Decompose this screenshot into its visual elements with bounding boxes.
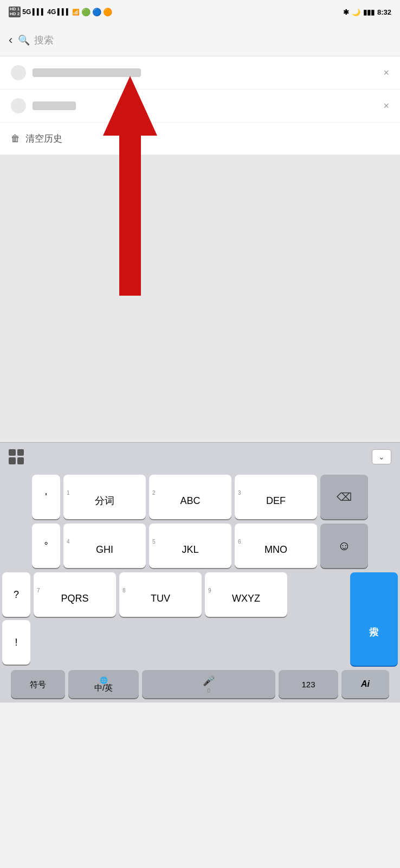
search-placeholder: 搜索 bbox=[34, 34, 54, 47]
keyboard-bottom-row: 符号 🌐 中/英 🎤 0 123 Ai bbox=[2, 670, 398, 698]
key-ai[interactable]: Ai bbox=[341, 670, 389, 698]
emoji-icon: ☺ bbox=[338, 538, 351, 553]
app-icon-1: 🟢 bbox=[81, 8, 91, 16]
keyboard-row-2: ° 4 GHI 5 JKL 6 MNO ☺ bbox=[2, 524, 398, 568]
clear-history-button[interactable]: 🗑 清空历史 bbox=[0, 123, 400, 155]
key-delete[interactable]: ⌫ bbox=[320, 475, 368, 519]
hd-badge: HD 1 HD 2 bbox=[9, 7, 21, 17]
signal-5g: 5G bbox=[22, 8, 31, 16]
key-jkl[interactable]: 5 JKL bbox=[149, 524, 231, 568]
key-123[interactable]: 123 bbox=[279, 670, 338, 698]
keyboard-toolbar: ⌄ bbox=[0, 442, 400, 470]
key-def[interactable]: 3 DEF bbox=[235, 475, 317, 519]
search-input-area[interactable]: 🔍 搜索 bbox=[18, 34, 391, 47]
keyboard-row-1: ' 1 分词 2 ABC 3 DEF ⌫ bbox=[2, 475, 398, 519]
history-item-1[interactable]: × bbox=[0, 56, 400, 90]
signal-bars-1: ▍▍▍ bbox=[33, 9, 46, 16]
signal-bars-2: ▍▍▍ bbox=[57, 9, 70, 16]
status-right: ✱ 🌙 ▮▮▮ 8:32 bbox=[343, 8, 391, 16]
bluetooth-icon: ✱ bbox=[343, 8, 349, 16]
key-wxyz[interactable]: 9 WXYZ bbox=[205, 572, 287, 617]
history-item-2[interactable]: × bbox=[0, 90, 400, 123]
search-bar: ‹ 🔍 搜索 bbox=[0, 24, 400, 56]
key-lang-switch[interactable]: 🌐 中/英 bbox=[68, 670, 139, 698]
history-item-icon-1 bbox=[11, 65, 26, 80]
wifi-icon: 📶 bbox=[72, 9, 80, 16]
clear-history-label: 清空历史 bbox=[25, 132, 62, 145]
key-mic[interactable]: 🎤 0 bbox=[142, 670, 275, 698]
key-pqrs[interactable]: 7 PQRS bbox=[34, 572, 116, 617]
collapse-icon: ⌄ bbox=[378, 452, 385, 461]
moon-icon: 🌙 bbox=[352, 8, 360, 16]
key-symbol[interactable]: 符号 bbox=[11, 670, 65, 698]
key-degree[interactable]: ° bbox=[32, 524, 60, 568]
trash-icon: 🗑 bbox=[11, 133, 20, 144]
app-icon-2: 🔵 bbox=[92, 8, 101, 16]
mic-icon: 🎤 bbox=[203, 675, 215, 687]
history-item-icon-2 bbox=[11, 98, 26, 113]
search-icon: 🔍 bbox=[18, 34, 30, 46]
collapse-keyboard-button[interactable]: ⌄ bbox=[372, 449, 391, 464]
key-exclaim[interactable]: ! bbox=[2, 620, 30, 665]
history-panel: × × 🗑 清空历史 bbox=[0, 56, 400, 155]
key-mno[interactable]: 6 MNO bbox=[235, 524, 317, 568]
status-left: HD 1 HD 2 5G ▍▍▍ 4G ▍▍▍ 📶 🟢 🔵 🟠 bbox=[9, 7, 112, 17]
history-item-close-1[interactable]: × bbox=[383, 67, 389, 79]
battery-icon: ▮▮▮ bbox=[363, 8, 375, 16]
history-item-close-2[interactable]: × bbox=[383, 100, 389, 112]
delete-icon: ⌫ bbox=[337, 490, 352, 503]
key-ghi[interactable]: 4 GHI bbox=[63, 524, 146, 568]
grid-icon[interactable] bbox=[9, 449, 24, 464]
time-display: 8:32 bbox=[377, 8, 391, 16]
back-button[interactable]: ‹ bbox=[9, 33, 12, 47]
keyboard-row-3: ? ! 7 PQRS 8 TUV 9 WXYZ bbox=[2, 572, 398, 666]
key-emoji[interactable]: ☺ bbox=[320, 524, 368, 568]
history-item-text-2 bbox=[33, 101, 76, 110]
status-bar: HD 1 HD 2 5G ▍▍▍ 4G ▍▍▍ 📶 🟢 🔵 🟠 ✱ 🌙 ▮▮▮ … bbox=[0, 0, 400, 24]
signal-4g: 4G bbox=[47, 8, 56, 16]
app-icon-3: 🟠 bbox=[103, 8, 112, 16]
history-item-text-1 bbox=[33, 68, 141, 77]
gray-empty-area bbox=[0, 155, 400, 442]
key-question[interactable]: ? bbox=[2, 572, 30, 617]
keyboard: ' 1 分词 2 ABC 3 DEF ⌫ ° 4 GHI 5 bbox=[0, 470, 400, 703]
key-tuv[interactable]: 8 TUV bbox=[119, 572, 202, 617]
key-apostrophe[interactable]: ' bbox=[32, 475, 60, 519]
key-search[interactable]: 搜索 bbox=[350, 572, 398, 666]
key-fen-ci[interactable]: 1 分词 bbox=[63, 475, 146, 519]
key-abc[interactable]: 2 ABC bbox=[149, 475, 231, 519]
